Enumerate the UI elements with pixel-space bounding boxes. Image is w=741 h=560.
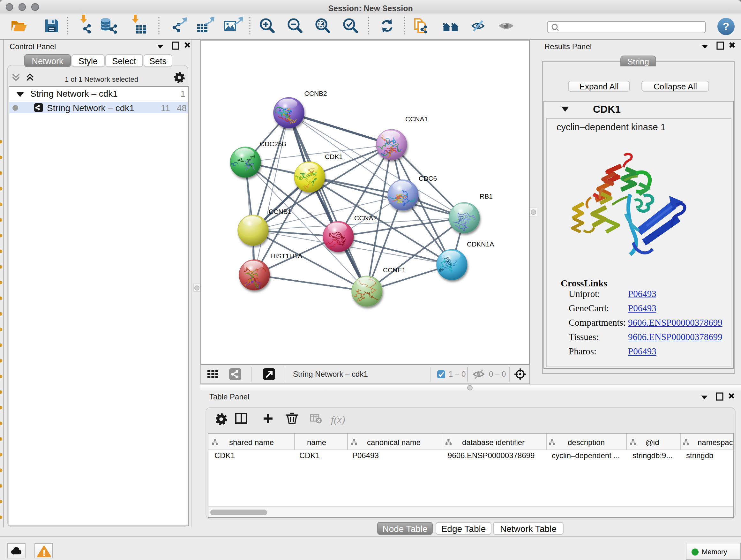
svg-text:CCNB2: CCNB2 <box>305 90 327 97</box>
svg-text:0 – 0: 0 – 0 <box>489 370 506 378</box>
svg-text:HIST1H1A: HIST1H1A <box>270 252 302 260</box>
svg-text:CDC6: CDC6 <box>419 175 437 182</box>
svg-text:f(x): f(x) <box>331 414 345 425</box>
svg-text:RB1: RB1 <box>480 192 493 200</box>
svg-text:CCNE1: CCNE1 <box>383 266 406 273</box>
svg-text:CDK1: CDK1 <box>325 153 343 160</box>
svg-text:CCNA1: CCNA1 <box>405 115 428 123</box>
svg-text:1 – 0: 1 – 0 <box>449 370 466 378</box>
svg-text:String Network – cdk1: String Network – cdk1 <box>293 370 368 378</box>
svg-text:CDKN1A: CDKN1A <box>467 240 494 248</box>
svg-text:CDC25B: CDC25B <box>260 140 286 147</box>
svg-text:CCNA2: CCNA2 <box>354 214 377 222</box>
svg-text:CCNB1: CCNB1 <box>269 208 291 215</box>
